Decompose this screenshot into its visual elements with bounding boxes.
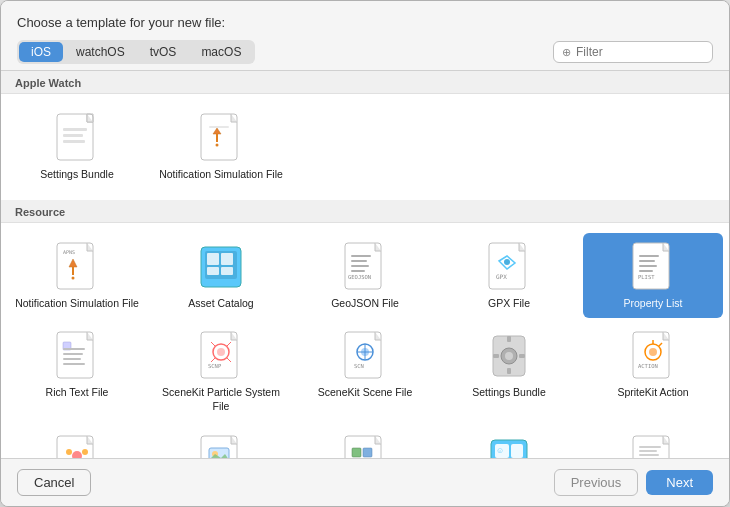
item-label: Notification Simulation File xyxy=(15,297,139,311)
search-box[interactable]: ⊕ xyxy=(553,41,713,63)
svg-rect-24 xyxy=(351,265,369,267)
geojson-icon: GEOJSON xyxy=(339,241,391,293)
svg-point-71 xyxy=(66,449,72,455)
content-area: Apple Watch Settings Bundle xyxy=(1,70,729,459)
spritekit-tileset-icon: TILESET xyxy=(339,434,391,459)
list-item[interactable]: GEOJSON GeoJSON File xyxy=(295,233,435,319)
list-item[interactable]: Rich Text File xyxy=(7,322,147,421)
list-item[interactable]: STRINGS Strings File xyxy=(583,426,723,459)
svg-rect-4 xyxy=(63,140,85,143)
svg-text:PLIST: PLIST xyxy=(638,274,655,280)
asset-catalog-icon xyxy=(195,241,247,293)
svg-rect-33 xyxy=(639,265,657,267)
svg-rect-31 xyxy=(639,255,659,257)
dialog-header: Choose a template for your new file: iOS… xyxy=(1,1,729,70)
svg-text:GEOJSON: GEOJSON xyxy=(348,274,371,280)
search-input[interactable] xyxy=(576,45,704,59)
item-label: SceneKit Scene File xyxy=(318,386,413,400)
list-item[interactable]: GPX GPX File xyxy=(439,233,579,319)
list-item[interactable]: SCN SceneKit Scene File xyxy=(295,322,435,421)
rich-text-icon xyxy=(51,330,103,382)
svg-rect-19 xyxy=(221,267,233,275)
settings-bundle-icon xyxy=(51,112,103,164)
svg-text:SCN: SCN xyxy=(354,363,364,369)
list-item[interactable]: Settings Bundle xyxy=(7,104,147,190)
svg-rect-16 xyxy=(207,253,219,265)
svg-rect-87 xyxy=(511,444,523,458)
svg-point-8 xyxy=(216,144,219,147)
filter-icon: ⊕ xyxy=(562,46,571,59)
svg-rect-58 xyxy=(507,336,511,342)
svg-rect-60 xyxy=(493,354,499,358)
svg-point-65 xyxy=(649,348,657,356)
svg-rect-59 xyxy=(507,368,511,374)
next-button[interactable]: Next xyxy=(646,470,713,495)
notification-sim2-icon: APNS xyxy=(51,241,103,293)
svg-rect-40 xyxy=(63,363,85,365)
notification-sim-icon xyxy=(195,112,247,164)
svg-rect-23 xyxy=(351,260,367,262)
svg-rect-9 xyxy=(209,126,229,128)
settings-bundle2-icon xyxy=(483,330,535,382)
cancel-button[interactable]: Cancel xyxy=(17,469,91,496)
item-label: Property List xyxy=(624,297,683,311)
item-label: GPX File xyxy=(488,297,530,311)
list-item[interactable]: ☺ Sticker Catalog xyxy=(439,426,579,459)
previous-button[interactable]: Previous xyxy=(554,469,639,496)
svg-rect-94 xyxy=(639,450,657,452)
list-item[interactable]: ACTION SpriteKit Action xyxy=(583,322,723,421)
list-item[interactable]: Asset Catalog xyxy=(151,233,291,319)
svg-rect-93 xyxy=(639,446,661,448)
svg-rect-3 xyxy=(63,134,83,137)
svg-text:APNS: APNS xyxy=(63,249,75,255)
svg-rect-39 xyxy=(63,358,81,360)
svg-rect-32 xyxy=(639,260,655,262)
svg-rect-11 xyxy=(72,267,74,275)
svg-text:☺: ☺ xyxy=(496,446,504,455)
svg-text:GPX: GPX xyxy=(496,273,507,280)
svg-rect-38 xyxy=(63,353,83,355)
dialog-title: Choose a template for your new file: xyxy=(17,15,713,30)
spritekit-scene-icon: SCENE xyxy=(195,434,247,459)
svg-rect-95 xyxy=(639,454,659,456)
item-label: SpriteKit Action xyxy=(617,386,688,400)
list-item[interactable]: Notification Simulation File xyxy=(151,104,291,190)
gpx-icon: GPX xyxy=(483,241,535,293)
item-label: Settings Bundle xyxy=(472,386,546,400)
spritekit-action-icon: ACTION xyxy=(627,330,679,382)
scenekit-scene-icon: SCN xyxy=(339,330,391,382)
svg-point-12 xyxy=(72,276,75,279)
list-item[interactable]: EMITTER SpriteKit Particle File xyxy=(7,426,147,459)
item-label: SceneKit Particle System File xyxy=(155,386,287,413)
item-label: GeoJSON File xyxy=(331,297,399,311)
svg-rect-37 xyxy=(63,348,85,350)
property-list-icon: PLIST xyxy=(627,241,679,293)
tab-ios[interactable]: iOS xyxy=(19,42,63,62)
tab-macos[interactable]: macOS xyxy=(189,42,253,62)
list-item[interactable]: SCENE SpriteKit Scene xyxy=(151,426,291,459)
dialog-footer: Cancel Previous Next xyxy=(1,459,729,506)
list-item[interactable]: TILESET SpriteKit Tile Set xyxy=(295,426,435,459)
scenekit-particle-sys-icon: SCNP xyxy=(195,330,247,382)
tabs-row: iOS watchOS tvOS macOS ⊕ xyxy=(17,40,713,64)
strings-file-icon: STRINGS xyxy=(627,434,679,459)
svg-text:SCNP: SCNP xyxy=(208,363,222,369)
list-item[interactable]: Settings Bundle xyxy=(439,322,579,421)
svg-rect-22 xyxy=(351,255,371,257)
list-item[interactable]: PLIST Property List xyxy=(583,233,723,319)
svg-rect-17 xyxy=(221,253,233,265)
resource-grid: APNS Notification Simulation File xyxy=(1,223,729,459)
svg-rect-2 xyxy=(63,128,87,131)
tab-tvos[interactable]: tvOS xyxy=(138,42,189,62)
svg-point-57 xyxy=(505,352,513,360)
sticker-catalog-icon: ☺ xyxy=(483,434,535,459)
svg-rect-7 xyxy=(216,134,218,142)
section-resource: Resource xyxy=(1,200,729,223)
list-item[interactable]: APNS Notification Simulation File xyxy=(7,233,147,319)
new-file-dialog: Choose a template for your new file: iOS… xyxy=(0,0,730,507)
svg-rect-34 xyxy=(639,270,653,272)
tab-watchos[interactable]: watchOS xyxy=(64,42,137,62)
svg-rect-81 xyxy=(352,448,361,457)
list-item[interactable]: SCNP SceneKit Particle System File xyxy=(151,322,291,421)
svg-rect-82 xyxy=(363,448,372,457)
